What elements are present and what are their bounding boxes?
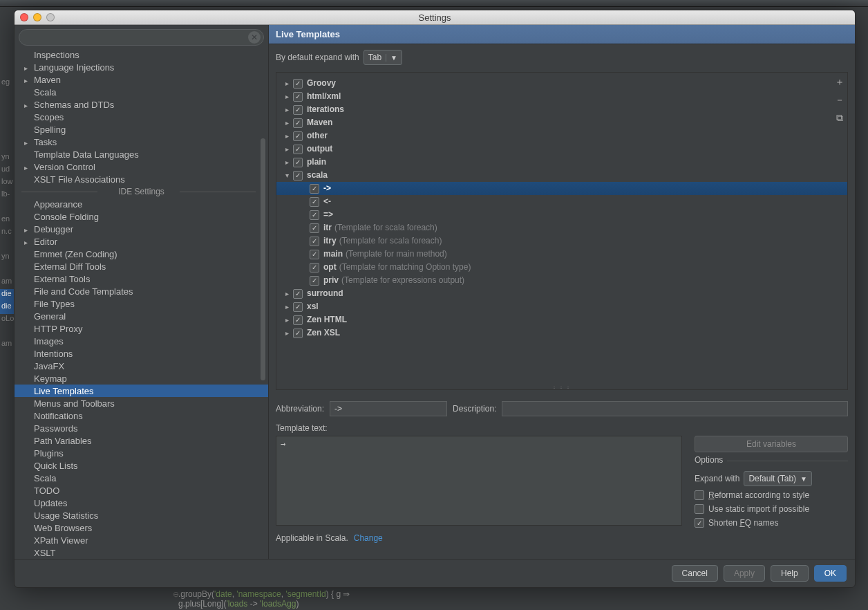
sidebar-item[interactable]: Usage Statistics bbox=[15, 509, 268, 521]
chevron-icon[interactable] bbox=[281, 129, 293, 142]
remove-button[interactable]: － bbox=[833, 93, 847, 107]
sidebar-item[interactable]: Quick Lists bbox=[15, 459, 268, 472]
sidebar-item[interactable]: External Diff Tools bbox=[15, 260, 268, 272]
help-button[interactable]: Help bbox=[771, 565, 809, 582]
template-group[interactable]: Zen HTML bbox=[276, 313, 847, 326]
titlebar[interactable]: Settings bbox=[15, 10, 855, 25]
cancel-button[interactable]: Cancel bbox=[672, 565, 718, 582]
sidebar-item[interactable]: Keymap bbox=[15, 372, 268, 385]
group-checkbox[interactable] bbox=[293, 145, 303, 154]
template-item[interactable]: itr(Template for scala foreach) bbox=[276, 221, 847, 234]
template-group[interactable]: Groovy bbox=[276, 77, 847, 90]
template-group[interactable]: Zen XSL bbox=[276, 326, 847, 340]
static-import-checkbox[interactable] bbox=[695, 504, 704, 514]
sidebar-item[interactable]: Web Browsers bbox=[15, 521, 268, 534]
chevron-icon[interactable] bbox=[281, 103, 293, 116]
expand-with-select[interactable]: Default (Tab)▼ bbox=[744, 471, 812, 486]
group-checkbox[interactable] bbox=[293, 92, 303, 102]
group-checkbox[interactable] bbox=[293, 329, 303, 338]
template-checkbox[interactable] bbox=[310, 237, 319, 246]
template-checkbox[interactable] bbox=[310, 263, 319, 272]
sidebar-item[interactable]: Emmet (Zen Coding) bbox=[15, 248, 268, 260]
chevron-icon[interactable] bbox=[281, 77, 293, 90]
sidebar-item[interactable]: Images bbox=[15, 335, 268, 347]
chevron-icon[interactable] bbox=[281, 300, 293, 313]
sidebar-item[interactable]: XSLT bbox=[15, 546, 268, 559]
sidebar-item[interactable]: Language Injections bbox=[15, 61, 268, 73]
sidebar-item[interactable]: Version Control bbox=[15, 160, 268, 173]
template-checkbox[interactable] bbox=[310, 197, 319, 207]
chevron-icon[interactable] bbox=[281, 116, 293, 129]
sidebar-item[interactable]: Schemas and DTDs bbox=[15, 98, 268, 111]
sidebar-item[interactable]: XPath Viewer bbox=[15, 534, 268, 546]
copy-button[interactable]: ⧉ bbox=[833, 111, 847, 124]
template-checkbox[interactable] bbox=[310, 210, 319, 220]
sidebar-item[interactable]: Spelling bbox=[15, 123, 268, 136]
template-text-editor[interactable]: → bbox=[276, 436, 682, 526]
template-item[interactable]: => bbox=[276, 208, 847, 221]
sidebar-item[interactable]: File and Code Templates bbox=[15, 285, 268, 297]
sidebar-item[interactable]: Plugins bbox=[15, 447, 268, 459]
template-group[interactable]: plain bbox=[276, 156, 847, 169]
sidebar-item[interactable]: External Tools bbox=[15, 272, 268, 285]
abbrev-input[interactable] bbox=[330, 401, 447, 416]
sidebar-item[interactable]: HTTP Proxy bbox=[15, 322, 268, 335]
template-group[interactable]: html/xml bbox=[276, 90, 847, 103]
sidebar-item[interactable]: Maven bbox=[15, 73, 268, 86]
sidebar-item[interactable]: Template Data Languages bbox=[15, 148, 268, 160]
sidebar-item[interactable]: JavaFX bbox=[15, 360, 268, 372]
sidebar-item[interactable]: Notifications bbox=[15, 409, 268, 422]
search-input[interactable]: ✕ bbox=[19, 29, 264, 46]
resize-grip[interactable]: ⋮⋮⋮ bbox=[548, 385, 576, 389]
clear-icon[interactable]: ✕ bbox=[248, 31, 261, 44]
template-checkbox[interactable] bbox=[310, 223, 319, 233]
chevron-icon[interactable] bbox=[281, 169, 293, 182]
sidebar-item[interactable]: Editor bbox=[15, 235, 268, 248]
template-group[interactable]: scala bbox=[276, 169, 847, 182]
chevron-icon[interactable] bbox=[281, 90, 293, 103]
sidebar-item[interactable]: Inspections bbox=[15, 48, 268, 61]
group-checkbox[interactable] bbox=[293, 171, 303, 181]
ok-button[interactable]: OK bbox=[814, 565, 847, 582]
close-icon[interactable] bbox=[20, 13, 28, 21]
templates-list[interactable]: Groovyhtml/xmliterationsMavenotheroutput… bbox=[276, 72, 848, 390]
group-checkbox[interactable] bbox=[293, 289, 303, 299]
sidebar-item[interactable]: Debugger bbox=[15, 223, 268, 235]
add-button[interactable]: ＋ bbox=[833, 75, 847, 89]
sidebar-item[interactable]: General bbox=[15, 310, 268, 322]
chevron-icon[interactable] bbox=[281, 313, 293, 326]
desc-input[interactable] bbox=[502, 401, 848, 416]
expand-select[interactable]: Tab▼ bbox=[364, 50, 402, 65]
template-item[interactable]: <- bbox=[276, 195, 847, 208]
template-checkbox[interactable] bbox=[310, 184, 319, 194]
template-group[interactable]: other bbox=[276, 129, 847, 142]
template-item[interactable]: main(Template for main method) bbox=[276, 248, 847, 261]
template-group[interactable]: output bbox=[276, 142, 847, 156]
template-item[interactable]: itry(Template for scala foreach) bbox=[276, 234, 847, 248]
template-group[interactable]: surround bbox=[276, 287, 847, 300]
group-checkbox[interactable] bbox=[293, 79, 303, 89]
group-checkbox[interactable] bbox=[293, 315, 303, 325]
sidebar-item[interactable]: Live Templates bbox=[15, 385, 268, 397]
settings-tree[interactable]: InspectionsLanguage InjectionsMavenScala… bbox=[15, 48, 268, 559]
sidebar-item[interactable]: File Types bbox=[15, 297, 268, 310]
template-checkbox[interactable] bbox=[310, 250, 319, 259]
sidebar-item[interactable]: Updates bbox=[15, 497, 268, 509]
template-item[interactable]: -> bbox=[276, 182, 847, 195]
sidebar-item[interactable]: Menus and Toolbars bbox=[15, 397, 268, 409]
sidebar-item[interactable]: Path Variables bbox=[15, 434, 268, 447]
sidebar-item[interactable]: Intentions bbox=[15, 347, 268, 360]
sidebar-item[interactable]: Scala bbox=[15, 472, 268, 484]
group-checkbox[interactable] bbox=[293, 158, 303, 167]
template-item[interactable]: opt(Template for matching Option type) bbox=[276, 261, 847, 274]
change-link[interactable]: Change bbox=[354, 533, 383, 543]
group-checkbox[interactable] bbox=[293, 118, 303, 128]
template-group[interactable]: Maven bbox=[276, 116, 847, 129]
sidebar-item[interactable]: XSLT File Associations bbox=[15, 173, 268, 185]
chevron-icon[interactable] bbox=[281, 326, 293, 340]
sidebar-item[interactable]: TODO bbox=[15, 484, 268, 497]
chevron-icon[interactable] bbox=[281, 287, 293, 300]
chevron-icon[interactable] bbox=[281, 142, 293, 156]
sidebar-item[interactable]: Scala bbox=[15, 86, 268, 98]
group-checkbox[interactable] bbox=[293, 105, 303, 115]
